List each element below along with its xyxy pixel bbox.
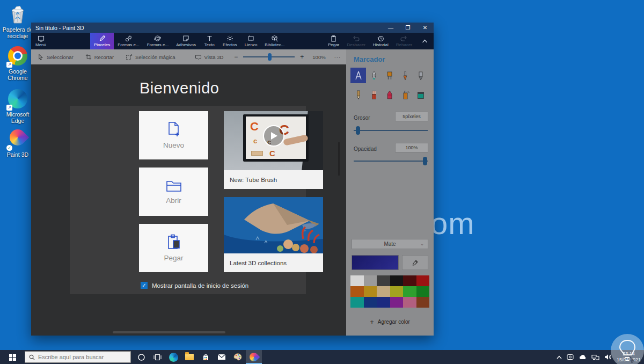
taskbar-paint[interactable] <box>230 350 246 364</box>
brush-calligraphy-pen[interactable] <box>366 68 382 83</box>
taskbar-file-explorer[interactable] <box>181 350 197 364</box>
palette-color[interactable] <box>364 297 377 308</box>
hidden-icons-chevron[interactable] <box>557 355 562 359</box>
desktop-icon-label: Google Chrome <box>0 68 35 81</box>
palette-color[interactable] <box>403 297 416 308</box>
brush-watercolor[interactable] <box>397 68 413 83</box>
thickness-value[interactable]: 5píxeles <box>395 112 428 121</box>
opacity-slider[interactable] <box>354 161 428 162</box>
vertical-scrollbar[interactable] <box>338 142 340 176</box>
palette-color[interactable] <box>390 297 404 308</box>
palette-color[interactable] <box>364 275 377 286</box>
more-options-button[interactable]: ··· <box>334 54 341 60</box>
tab-pinceles[interactable]: Pinceles <box>90 33 114 49</box>
brush-oil[interactable] <box>382 68 397 83</box>
start-button[interactable] <box>0 350 25 364</box>
add-color-button[interactable]: + Agregar color <box>346 318 434 326</box>
tab-texto[interactable]: Texto <box>200 33 219 49</box>
menu-button[interactable]: Menú <box>31 33 50 49</box>
redo-button[interactable]: Rehacer <box>392 33 416 49</box>
paint3d-icon <box>248 351 260 363</box>
taskbar-mail[interactable] <box>214 350 230 364</box>
magic-select-button[interactable]: Selección mágica <box>126 54 175 61</box>
palette-color[interactable] <box>377 286 390 297</box>
palette-color[interactable] <box>416 297 430 308</box>
current-color-swatch[interactable] <box>352 255 399 270</box>
palette-color[interactable] <box>403 275 416 286</box>
zoom-slider-handle[interactable] <box>268 53 272 61</box>
taskbar-search[interactable] <box>25 351 131 363</box>
search-input[interactable] <box>38 354 124 360</box>
palette-color[interactable] <box>390 286 404 297</box>
palette-color[interactable] <box>364 286 377 297</box>
tab-lienzo[interactable]: Lienzo <box>241 33 261 49</box>
taskbar-edge[interactable] <box>165 350 181 364</box>
tube-brush-video-card[interactable]: C C c c C New: Tube Brush <box>224 111 323 189</box>
brush-crayon[interactable] <box>382 87 397 103</box>
zoom-in-button[interactable]: + <box>300 53 304 61</box>
brush-pixel-pen[interactable] <box>413 68 428 83</box>
zoom-out-button[interactable]: − <box>234 53 238 61</box>
select-button[interactable]: Seleccionar <box>38 54 74 60</box>
palette-color[interactable] <box>403 286 416 297</box>
history-button[interactable]: Historial <box>369 33 392 49</box>
taskbar-cortana[interactable] <box>133 350 149 364</box>
paste-button[interactable]: Pegar <box>324 33 343 49</box>
taskbar-task-view[interactable] <box>149 350 165 364</box>
crop-button[interactable]: Recortar <box>85 54 114 60</box>
tab-efectos[interactable]: Efectos <box>219 33 241 49</box>
minimize-button[interactable]: — <box>382 23 399 33</box>
palette-color[interactable] <box>350 275 364 286</box>
tab-formas-2d[interactable]: Formas e... <box>114 33 143 49</box>
opacity-value[interactable]: 100% <box>395 143 428 152</box>
palette-color[interactable] <box>350 297 364 308</box>
brush-fill[interactable] <box>413 87 428 103</box>
open-button[interactable]: Abrir <box>139 168 208 216</box>
show-welcome-checkbox-row[interactable]: ✓ Mostrar pantalla de inicio de sesión <box>141 282 248 289</box>
welcome-screen: Bienvenido Nuevo Abrir <box>31 64 346 336</box>
tab-adhesivos[interactable]: Adhesivos <box>172 33 200 49</box>
brush-marker[interactable] <box>350 68 366 83</box>
play-button-icon[interactable] <box>263 125 284 147</box>
new-button[interactable]: Nuevo <box>139 111 208 159</box>
view-3d-button[interactable]: Vista 3D <box>195 54 224 60</box>
opacity-slider-handle[interactable] <box>423 157 427 165</box>
thickness-slider[interactable] <box>354 130 428 131</box>
menu-icon <box>38 35 45 42</box>
maximize-button[interactable]: ❐ <box>399 23 416 33</box>
brush-spray-can[interactable] <box>397 87 413 103</box>
desktop-icon-paint3d[interactable]: ✓ Paint 3D <box>0 128 35 158</box>
palette-color[interactable] <box>416 275 430 286</box>
brush-pencil[interactable] <box>350 87 366 103</box>
desktop-icon-edge[interactable]: ↗ Microsoft Edge <box>0 89 35 124</box>
paste-big-button[interactable]: Pegar <box>139 224 208 272</box>
thickness-slider-handle[interactable] <box>356 126 360 135</box>
horizontal-scrollbar[interactable] <box>113 331 225 333</box>
taskbar-store[interactable] <box>197 350 214 364</box>
desktop-icon-recycle-bin[interactable]: Papelera de reciclaje <box>0 4 35 39</box>
material-dropdown[interactable]: Mate ⌄ <box>352 239 428 249</box>
desktop-icon-chrome[interactable]: ↗ Google Chrome <box>0 46 35 81</box>
brush-eraser[interactable] <box>366 87 382 103</box>
library-icon <box>271 35 278 42</box>
palette-color[interactable] <box>390 275 404 286</box>
palette-color[interactable] <box>350 286 364 297</box>
tab-formas-3d[interactable]: Formas e... <box>143 33 172 49</box>
palette-color[interactable] <box>377 275 390 286</box>
network-icon[interactable] <box>591 354 599 360</box>
zoom-slider[interactable] <box>243 56 295 57</box>
undo-button[interactable]: Deshacer <box>343 33 369 49</box>
onedrive-icon[interactable] <box>579 354 587 360</box>
volume-icon[interactable] <box>604 354 612 360</box>
ink-workspace-icon[interactable] <box>567 354 574 360</box>
search-icon <box>29 354 35 360</box>
eyedropper-button[interactable] <box>402 255 428 270</box>
checkbox-checked-icon[interactable]: ✓ <box>141 282 148 289</box>
palette-color[interactable] <box>416 286 430 297</box>
tab-biblioteca[interactable]: Bibliotec... <box>261 33 288 49</box>
palette-color[interactable] <box>377 297 390 308</box>
collapse-ribbon-button[interactable] <box>416 33 434 49</box>
close-button[interactable]: ✕ <box>416 23 434 33</box>
taskbar-paint3d[interactable] <box>246 350 262 364</box>
collections-card[interactable]: Latest 3D collections <box>224 197 323 272</box>
